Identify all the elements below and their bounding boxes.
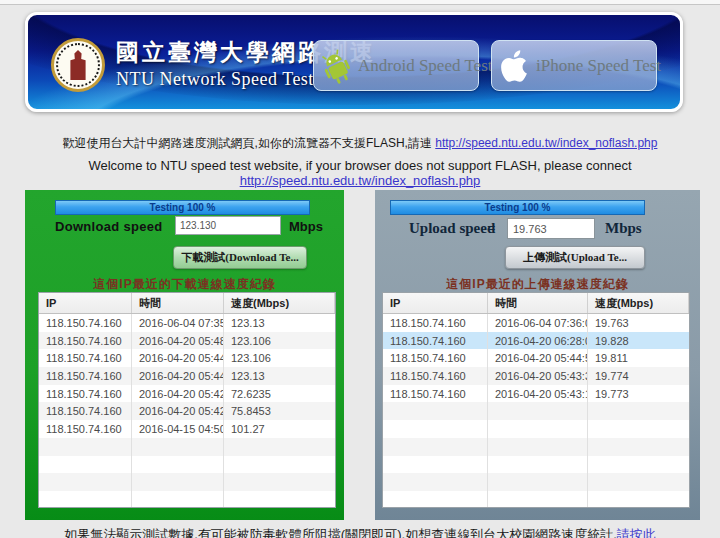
upload-progress-bar: Testing 100 % (390, 200, 645, 215)
column-header[interactable]: 速度(Mbps) (224, 293, 335, 313)
iphone-button-label: iPhone Speed Test (536, 56, 661, 76)
table-row[interactable]: 118.150.74.1602016-06-04 07:35123.13 (39, 314, 335, 332)
upload-speed-input[interactable] (507, 218, 595, 239)
empty-cell (39, 491, 132, 508)
ip-cell: 118.150.74.160 (39, 332, 132, 350)
time-cell: 2016-04-20 05:48 (132, 332, 224, 350)
table-row[interactable]: 118.150.74.1602016-06-04 07:36:0019.763 (383, 314, 689, 332)
top-divider (0, 4, 720, 5)
table-row[interactable]: 118.150.74.1602016-04-20 05:44:5819.811 (383, 349, 689, 367)
speed-cell: 72.6235 (224, 385, 335, 403)
ip-cell: 118.150.74.160 (383, 385, 488, 403)
time-cell: 2016-04-20 05:43:14 (488, 385, 588, 403)
table-row[interactable]: 118.150.74.1602016-04-20 05:44123.13 (39, 367, 335, 385)
empty-cell (488, 473, 588, 491)
table-row[interactable]: 118.150.74.1602016-04-20 05:44123.106 (39, 349, 335, 367)
time-cell: 2016-04-20 05:42 (132, 385, 224, 403)
table-row[interactable]: 118.150.74.1602016-04-20 05:48123.106 (39, 332, 335, 350)
empty-cell (132, 456, 224, 474)
upload-history-table: IP時間速度(Mbps)118.150.74.1602016-06-04 07:… (382, 292, 690, 508)
table-row[interactable]: 118.150.74.1602016-04-15 04:50101.27 (39, 420, 335, 438)
speed-cell: 19.811 (588, 349, 689, 367)
column-header[interactable]: 時間 (132, 293, 224, 313)
table-row-empty (39, 491, 335, 508)
iphone-speed-test-button[interactable]: iPhone Speed Test (491, 40, 657, 91)
empty-cell (132, 438, 224, 456)
table-row-empty (39, 473, 335, 491)
empty-cell (224, 456, 335, 474)
time-cell: 2016-06-04 07:36:00 (488, 314, 588, 332)
table-row-empty (383, 473, 689, 491)
upload-progress-label: Testing 100 % (485, 202, 551, 213)
table-row[interactable]: 118.150.74.1602016-04-20 05:43:1419.773 (383, 385, 689, 403)
ip-cell: 118.150.74.160 (39, 385, 132, 403)
speed-cell: 123.13 (224, 367, 335, 385)
footer-note: 如果無法顯示測試數據,有可能被防毒軟體所阻擋(關閉即可),如想查連線到台大校園網… (0, 526, 720, 538)
stats-link[interactable]: 請按此 (617, 527, 656, 538)
speed-cell: 75.8453 (224, 402, 335, 420)
empty-cell (488, 420, 588, 438)
speed-cell: 19.774 (588, 367, 689, 385)
empty-cell (132, 473, 224, 491)
empty-cell (588, 491, 689, 508)
speed-cell: 123.13 (224, 314, 335, 332)
ip-cell: 118.150.74.160 (383, 349, 488, 367)
empty-cell (383, 473, 488, 491)
speed-cell: 19.763 (588, 314, 689, 332)
upload-unit-label: Mbps (605, 220, 642, 237)
table-row[interactable]: 118.150.74.1602016-04-20 06:28:0219.828 (383, 332, 689, 350)
download-speed-input[interactable] (175, 216, 281, 235)
table-row[interactable]: 118.150.74.1602016-04-20 05:4272.6235 (39, 385, 335, 403)
empty-cell (132, 491, 224, 508)
table-row-empty (383, 420, 689, 438)
column-header[interactable]: 時間 (488, 293, 588, 313)
download-progress-bar: Testing 100 % (55, 200, 310, 215)
time-cell: 2016-04-20 06:28:02 (488, 332, 588, 350)
empty-cell (488, 491, 588, 508)
ip-cell: 118.150.74.160 (39, 314, 132, 332)
time-cell: 2016-04-20 05:44 (132, 349, 224, 367)
table-row[interactable]: 118.150.74.1602016-04-20 05:43:3419.774 (383, 367, 689, 385)
column-header[interactable]: IP (383, 293, 488, 313)
table-row-empty (39, 456, 335, 474)
empty-cell (588, 456, 689, 474)
empty-cell (39, 473, 132, 491)
table-row-empty (383, 491, 689, 508)
speed-cell: 101.27 (224, 420, 335, 438)
empty-cell (588, 420, 689, 438)
download-table-title: 這個IP最近的下載連線速度紀錄 (25, 276, 344, 293)
empty-cell (383, 420, 488, 438)
empty-cell (383, 402, 488, 420)
time-cell: 2016-06-04 07:35 (132, 314, 224, 332)
table-row-empty (383, 402, 689, 420)
upload-panel: Testing 100 % Upload speed = Mbps 上傳測試(U… (375, 190, 700, 520)
welcome-text-en: Welcome to NTU speed test website, if yo… (88, 158, 631, 173)
upload-speed-label: Upload speed (409, 220, 495, 237)
welcome-text-zh: 歡迎使用台大計中網路速度測試網頁,如你的流覽器不支援FLASH,請連 (63, 136, 436, 150)
welcome-line-en: Welcome to NTU speed test website, if yo… (0, 158, 720, 188)
upload-test-button[interactable]: 上傳測試(Upload Te... (505, 246, 645, 269)
table-row-empty (383, 438, 689, 456)
download-test-button[interactable]: 下載測試(Download Te... (173, 246, 307, 269)
ip-cell: 118.150.74.160 (383, 314, 488, 332)
speed-cell: 19.773 (588, 385, 689, 403)
column-header[interactable]: IP (39, 293, 132, 313)
empty-cell (588, 473, 689, 491)
footer-text: 如果無法顯示測試數據,有可能被防毒軟體所阻擋(關閉即可),如想查連線到台大校園網… (64, 527, 617, 538)
column-header[interactable]: 速度(Mbps) (588, 293, 689, 313)
empty-cell (588, 402, 689, 420)
table-row[interactable]: 118.150.74.1602016-04-20 05:4275.8453 (39, 402, 335, 420)
noflash-link-en[interactable]: http://speed.ntu.edu.tw/index_noflash.ph… (240, 173, 481, 188)
ip-cell: 118.150.74.160 (39, 420, 132, 438)
upload-table-title: 這個IP最近的上傳連線速度紀錄 (375, 276, 700, 293)
empty-cell (488, 402, 588, 420)
table-row-empty (39, 438, 335, 456)
noflash-link-zh[interactable]: http://speed.ntu.edu.tw/index_noflash.ph… (435, 136, 657, 150)
empty-cell (383, 456, 488, 474)
empty-cell (39, 456, 132, 474)
upload-equals-sign: = (487, 220, 496, 237)
empty-cell (383, 438, 488, 456)
android-speed-test-button[interactable]: Android Speed Test (313, 40, 479, 91)
empty-cell (224, 473, 335, 491)
time-cell: 2016-04-20 05:44 (132, 367, 224, 385)
